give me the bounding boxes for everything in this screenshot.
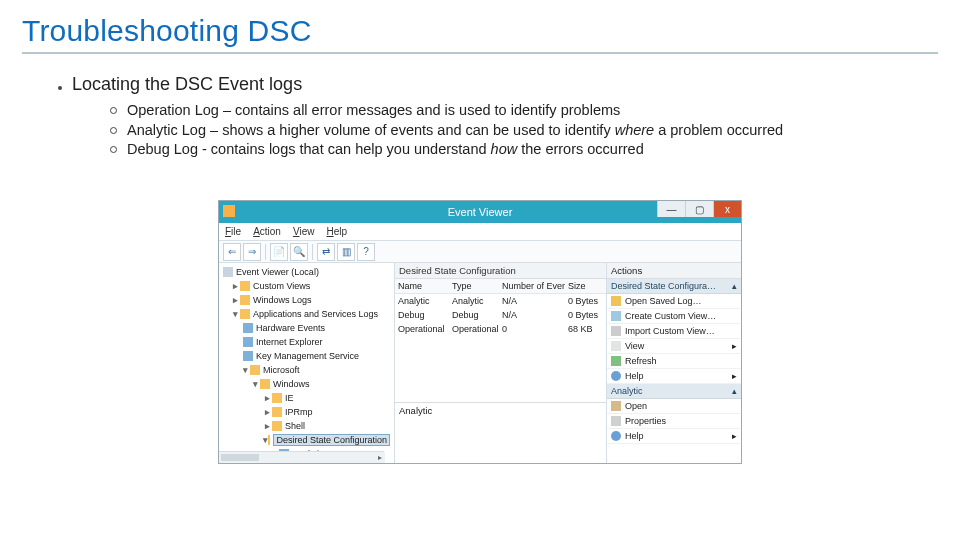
page-title: Troubleshooting DSC bbox=[22, 14, 938, 48]
import-icon bbox=[611, 326, 621, 336]
action-help-2[interactable]: Help▸ bbox=[607, 429, 741, 444]
action-open[interactable]: Open bbox=[607, 399, 741, 414]
navigation-tree[interactable]: Event Viewer (Local) ▸Custom Views ▸Wind… bbox=[219, 263, 395, 463]
actions-group-analytic[interactable]: Analytic▴ bbox=[607, 384, 741, 399]
action-refresh[interactable]: Refresh bbox=[607, 354, 741, 369]
center-header: Desired State Configuration bbox=[395, 263, 606, 279]
open-icon bbox=[611, 401, 621, 411]
refresh-icon bbox=[611, 356, 621, 366]
tree-horizontal-scrollbar[interactable]: ◂ ▸ bbox=[219, 451, 384, 463]
table-header[interactable]: Name Type Number of Events Size bbox=[395, 279, 606, 294]
view-icon bbox=[611, 341, 621, 351]
chevron-up-icon: ▴ bbox=[732, 281, 737, 291]
detail-pane: Analytic bbox=[395, 403, 606, 463]
properties-icon bbox=[611, 416, 621, 426]
toolbar-forward-button[interactable]: ⇒ bbox=[243, 243, 261, 261]
action-open-saved-log[interactable]: Open Saved Log… bbox=[607, 294, 741, 309]
toolbar-back-button[interactable]: ⇐ bbox=[223, 243, 241, 261]
tree-dsc-selected: Desired State Configuration bbox=[273, 434, 390, 446]
table-row[interactable]: Debug Debug N/A 0 Bytes bbox=[395, 308, 606, 322]
table-row[interactable]: Operational Operational 0 68 KB bbox=[395, 322, 606, 336]
close-button[interactable]: x bbox=[713, 201, 741, 217]
menu-file[interactable]: FFileile bbox=[225, 226, 241, 237]
actions-group-dsc[interactable]: Desired State Configura…▴ bbox=[607, 279, 741, 294]
window-title: Event Viewer bbox=[448, 206, 513, 218]
tree-windows: Windows bbox=[273, 379, 310, 389]
col-type: Type bbox=[449, 279, 499, 293]
tree-apps-services: Applications and Services Logs bbox=[253, 309, 378, 319]
primary-bullet: Locating the DSC Event logs bbox=[72, 74, 302, 95]
chevron-up-icon: ▴ bbox=[732, 386, 737, 396]
table-row[interactable]: Analytic Analytic N/A 0 Bytes bbox=[395, 294, 606, 308]
col-num: Number of Events bbox=[499, 279, 565, 293]
detail-header: Analytic bbox=[399, 405, 602, 416]
menu-view[interactable]: View bbox=[293, 226, 315, 237]
tree-kms: Key Management Service bbox=[256, 351, 359, 361]
action-properties[interactable]: Properties bbox=[607, 414, 741, 429]
maximize-button[interactable]: ▢ bbox=[685, 201, 713, 217]
chevron-right-icon: ▸ bbox=[732, 371, 737, 381]
menu-help[interactable]: Help bbox=[326, 226, 347, 237]
toolbar-refresh-button[interactable]: ⇄ bbox=[317, 243, 335, 261]
tree-microsoft: Microsoft bbox=[263, 365, 300, 375]
action-create-custom-view[interactable]: Create Custom View… bbox=[607, 309, 741, 324]
tree-iprmp: IPRmp bbox=[285, 407, 313, 417]
scroll-right-icon[interactable]: ▸ bbox=[375, 452, 385, 463]
sub-bullet-operation: Operation Log – contains all error messa… bbox=[110, 101, 938, 121]
folder-open-icon bbox=[611, 296, 621, 306]
bullet-dot bbox=[58, 86, 62, 90]
tree-custom-views: Custom Views bbox=[253, 281, 310, 291]
actions-title: Actions bbox=[607, 263, 741, 279]
tree-internet-explorer: Internet Explorer bbox=[256, 337, 323, 347]
title-underline bbox=[22, 52, 938, 54]
minimize-button[interactable]: — bbox=[657, 201, 685, 217]
log-list-pane: Desired State Configuration Name Type Nu… bbox=[395, 263, 607, 463]
tree-ie-leaf: IE bbox=[285, 393, 294, 403]
new-view-icon bbox=[611, 311, 621, 321]
actions-pane: Actions Desired State Configura…▴ Open S… bbox=[607, 263, 741, 463]
app-icon bbox=[223, 205, 235, 217]
action-view[interactable]: View▸ bbox=[607, 339, 741, 354]
toolbar: ⇐ ⇒ 📄 🔍 ⇄ ▥ ? bbox=[219, 241, 741, 263]
event-viewer-window: Event Viewer — ▢ x FFileile Action View … bbox=[218, 200, 742, 464]
action-help[interactable]: Help▸ bbox=[607, 369, 741, 384]
chevron-right-icon: ▸ bbox=[732, 341, 737, 351]
action-import-custom-view[interactable]: Import Custom View… bbox=[607, 324, 741, 339]
tree-hardware-events: Hardware Events bbox=[256, 323, 325, 333]
tree-shell: Shell bbox=[285, 421, 305, 431]
toolbar-filter-button[interactable]: ▥ bbox=[337, 243, 355, 261]
help-icon bbox=[611, 431, 621, 441]
titlebar[interactable]: Event Viewer — ▢ x bbox=[219, 201, 741, 223]
col-size: Size bbox=[565, 279, 605, 293]
toolbar-up-button[interactable]: 📄 bbox=[270, 243, 288, 261]
chevron-right-icon: ▸ bbox=[732, 431, 737, 441]
menu-action[interactable]: Action bbox=[253, 226, 281, 237]
tree-root: Event Viewer (Local) bbox=[236, 267, 319, 277]
help-icon bbox=[611, 371, 621, 381]
scroll-thumb[interactable] bbox=[221, 454, 259, 461]
sub-bullet-debug: Debug Log - contains logs that can help … bbox=[110, 140, 938, 160]
toolbar-help-button[interactable]: ? bbox=[357, 243, 375, 261]
sub-bullet-analytic: Analytic Log – shows a higher volume of … bbox=[110, 121, 938, 141]
col-name: Name bbox=[395, 279, 449, 293]
toolbar-find-button[interactable]: 🔍 bbox=[290, 243, 308, 261]
tree-windows-logs: Windows Logs bbox=[253, 295, 312, 305]
menu-bar: FFileile Action View Help bbox=[219, 223, 741, 241]
